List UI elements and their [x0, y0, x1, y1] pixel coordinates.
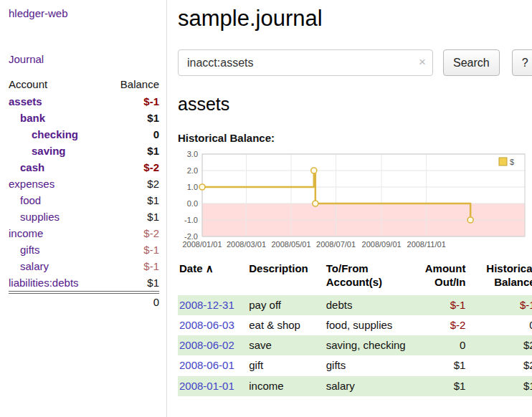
accounts-header-balance: Balance [105, 76, 159, 93]
svg-text:2008/11/01: 2008/11/01 [407, 240, 446, 249]
journal-link[interactable]: Journal [9, 53, 44, 65]
search-button[interactable]: Search [443, 49, 500, 76]
balance-chart: 3.02.01.00.0-1.0-2.02008/01/012008/03/01… [178, 150, 532, 254]
account-balance: $-1 [105, 241, 159, 258]
account-balance: $-1 [105, 258, 159, 274]
account-balance: $1 [105, 143, 159, 159]
register-description: gift [249, 359, 263, 371]
register-description: income [249, 380, 283, 392]
account-row: income$-2 [9, 225, 159, 241]
register-row: 2008-06-02savesaving, checking0$2 [178, 335, 532, 355]
account-link[interactable]: saving [9, 145, 66, 157]
register-date-link[interactable]: 2008-06-03 [179, 319, 234, 331]
register-row: 2008-06-03eat & shopfood, supplies$-20 [178, 315, 532, 335]
account-row: expenses$2 [9, 176, 159, 192]
main-content: sample.journal × Search ? assets Histori… [167, 0, 532, 417]
account-link[interactable]: checking [9, 128, 78, 140]
register-balance: $2 [523, 339, 532, 351]
balance-chart-svg: 3.02.01.00.0-1.0-2.02008/01/012008/03/01… [178, 150, 531, 251]
account-link[interactable]: cash [9, 161, 44, 173]
register-amount: $1 [454, 359, 466, 371]
account-row: cash$-2 [9, 159, 159, 176]
register-description: pay off [249, 299, 281, 311]
account-balance: 0 [105, 126, 159, 143]
accounts-table-body: assets$-1bank$1checking0saving$1cash$-2e… [9, 93, 159, 292]
register-row: 2008-06-01giftgifts$1$2 [178, 355, 532, 375]
register-header-account: To/From Account(s) [325, 260, 411, 295]
account-balance: $-1 [105, 93, 159, 110]
register-description: eat & shop [249, 319, 300, 331]
register-accounts: gifts [326, 359, 346, 371]
register-date-link[interactable]: 2008-12-31 [179, 299, 234, 311]
search-bar: × Search ? [178, 49, 532, 76]
register-header-date[interactable]: Date ∧ [178, 260, 247, 295]
register-balance: $2 [523, 359, 532, 371]
svg-text:0.0: 0.0 [187, 199, 198, 208]
account-row: food$1 [9, 192, 159, 208]
account-link[interactable]: income [9, 227, 43, 239]
accounts-table: Account Balance assets$-1bank$1checking0… [9, 76, 159, 310]
register-table: Date ∧ Description To/From Account(s) Am… [178, 260, 532, 396]
svg-text:3.0: 3.0 [187, 150, 198, 158]
register-description: save [249, 339, 272, 351]
svg-text:2008/07/01: 2008/07/01 [316, 240, 356, 249]
app: hledger-web Journal Account Balance asse… [0, 0, 532, 417]
account-balance: $-2 [105, 225, 159, 241]
account-link[interactable]: bank [9, 112, 45, 124]
register-accounts: food, supplies [326, 319, 393, 331]
register-header-date-label: Date [179, 262, 203, 274]
register-amount: 0 [460, 339, 465, 351]
account-page-title: assets [178, 94, 532, 115]
register-balance: $-1 [520, 299, 532, 311]
register-accounts: salary [326, 380, 355, 392]
account-row: bank$1 [9, 110, 159, 126]
chart-title: Historical Balance: [178, 132, 532, 144]
register-date-link[interactable]: 2008-06-02 [179, 339, 234, 351]
register-accounts: saving, checking [326, 339, 406, 351]
account-row: supplies$1 [9, 208, 159, 225]
accounts-header-account: Account [9, 76, 105, 93]
clear-search-icon[interactable]: × [419, 55, 426, 70]
register-balance: $1 [523, 380, 532, 392]
register-header-balance: Historical Balance [468, 260, 532, 295]
register-amount: $1 [454, 380, 466, 392]
sidebar: hledger-web Journal Account Balance asse… [0, 0, 167, 417]
account-balance: $1 [105, 208, 159, 225]
account-balance: $2 [105, 176, 159, 192]
svg-text:2008/05/01: 2008/05/01 [272, 240, 311, 249]
account-link[interactable]: supplies [9, 211, 60, 223]
account-row: saving$1 [9, 143, 159, 159]
search-input[interactable] [178, 49, 433, 76]
accounts-header-row: Account Balance [9, 76, 159, 93]
app-title-link[interactable]: hledger-web [9, 7, 68, 19]
svg-text:2008/01/01: 2008/01/01 [182, 240, 222, 249]
register-header-row: Date ∧ Description To/From Account(s) Am… [178, 260, 532, 295]
account-link[interactable]: expenses [9, 178, 54, 190]
help-button[interactable]: ? [512, 49, 532, 76]
page-title: sample.journal [178, 6, 532, 32]
register-amount: $-2 [450, 319, 466, 331]
account-link[interactable]: liabilities:debts [9, 277, 79, 289]
account-row: checking0 [9, 126, 159, 143]
register-row: 2008-12-31pay offdebts$-1$-1 [178, 295, 532, 315]
sort-ascending-icon: ∧ [206, 262, 214, 274]
accounts-total-row: 0 [9, 292, 159, 310]
accounts-total-value: 0 [105, 292, 159, 310]
account-row: liabilities:debts$1 [9, 274, 159, 292]
register-row: 2008-01-01incomesalary$1$1 [178, 376, 532, 396]
account-link[interactable]: salary [9, 260, 49, 272]
svg-text:1.0: 1.0 [187, 183, 198, 191]
register-date-link[interactable]: 2008-01-01 [179, 380, 234, 392]
account-balance: $1 [105, 192, 159, 208]
register-amount: $-1 [450, 299, 466, 311]
search-box: × [178, 49, 433, 76]
register-date-link[interactable]: 2008-06-01 [179, 359, 234, 371]
svg-text:2008/03/01: 2008/03/01 [227, 240, 266, 249]
account-link[interactable]: food [9, 194, 41, 206]
register-header-amount: Amount Out/In [411, 260, 469, 295]
account-link[interactable]: assets [9, 95, 42, 107]
account-row: salary$-1 [9, 258, 159, 274]
register-accounts: debts [326, 299, 353, 311]
account-link[interactable]: gifts [9, 244, 40, 256]
svg-text:-1.0: -1.0 [184, 216, 198, 224]
